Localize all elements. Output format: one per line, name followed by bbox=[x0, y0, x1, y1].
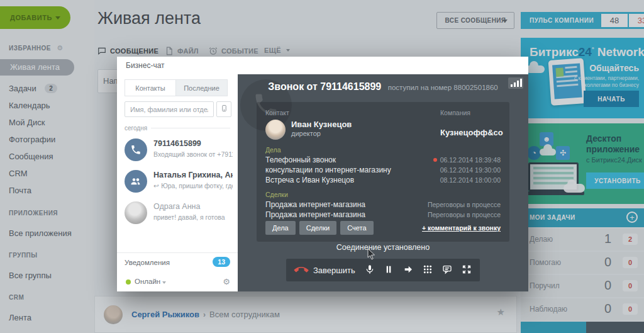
notifications-row[interactable]: Уведомления 13 bbox=[117, 252, 238, 271]
business-chat-modal: Бизнес-чат Контакты Последние сегодня 79… bbox=[117, 57, 528, 291]
contact-name[interactable]: Иван Кузнецов bbox=[291, 120, 352, 129]
people-icon bbox=[130, 176, 142, 187]
chat-name: Одрага Анна bbox=[153, 202, 233, 211]
online-status-dot bbox=[126, 279, 131, 285]
call-controls-bar: Завершить bbox=[286, 259, 480, 281]
invoices-filter-button[interactable]: Счета bbox=[340, 221, 373, 235]
today-section-label: сегодня bbox=[125, 125, 230, 132]
connection-status: Соединение установлено bbox=[238, 243, 528, 252]
chat-subtitle: ↩ Юра, пришли фотку, где мы... bbox=[153, 182, 233, 189]
reply-arrow-icon: ↩ bbox=[153, 182, 161, 189]
mobile-phone-button[interactable] bbox=[216, 101, 231, 117]
deals-filter-button[interactable]: Сделки bbox=[299, 221, 337, 235]
activities-section-label: Дела bbox=[265, 146, 501, 154]
dialpad-button[interactable] bbox=[423, 264, 433, 276]
avatar bbox=[125, 201, 147, 224]
gear-icon[interactable]: ⚙ bbox=[223, 277, 230, 286]
crm-info-card: Контакт Иван Кузнецов директор Компания … bbox=[257, 102, 509, 242]
overdue-dot-icon bbox=[433, 158, 437, 162]
app-screen: ДОБАВИТЬ Живая лента ВСЕ СООБЩЕНИЯ ПУЛЬС… bbox=[0, 0, 644, 333]
contact-role: директор bbox=[291, 130, 352, 137]
activity-row[interactable]: консультации по интернет-магазину 06.12.… bbox=[265, 166, 501, 174]
chat-name: Наталья Грихина, Анна Одр... bbox=[153, 171, 233, 179]
chat-subtitle: привет! давай, я готова bbox=[153, 213, 233, 221]
chat-item-group[interactable]: Наталья Грихина, Анна Одр... ↩ Юра, приш… bbox=[117, 166, 238, 198]
tab-contacts[interactable]: Контакты bbox=[125, 79, 176, 96]
chat-subtitle: Входящий звонок от +791146... bbox=[153, 150, 233, 158]
company-label: Компания bbox=[440, 109, 501, 116]
call-title: Звонок от 79114615899 поступил на номер … bbox=[238, 81, 528, 93]
hold-call-button[interactable] bbox=[384, 264, 394, 276]
transfer-call-button[interactable] bbox=[403, 264, 413, 276]
microphone-icon bbox=[365, 264, 375, 274]
deal-row[interactable]: Продажа интернет-магазина Переговоры в п… bbox=[265, 210, 501, 219]
pause-icon bbox=[384, 264, 394, 274]
fullscreen-icon bbox=[462, 264, 472, 274]
phone-icon bbox=[130, 144, 142, 155]
end-call-button[interactable]: Завершить bbox=[294, 263, 355, 277]
chat-item-incoming-call[interactable]: 79114615899 Входящий звонок от +791146..… bbox=[117, 135, 238, 166]
signal-strength-icon bbox=[508, 77, 523, 89]
activity-row[interactable]: Телефонный звонок 06.12.2014 18:39:48 bbox=[265, 155, 501, 164]
chat-panel: Контакты Последние сегодня 79114615899 В… bbox=[117, 74, 238, 291]
search-input[interactable] bbox=[125, 101, 214, 117]
tab-recent[interactable]: Последние bbox=[176, 79, 228, 96]
chat-name: 79114615899 bbox=[153, 139, 233, 148]
call-avatar bbox=[125, 138, 147, 161]
keypad-icon bbox=[423, 264, 433, 274]
end-call-label: Завершить bbox=[313, 266, 355, 275]
contact-label: Контакт bbox=[265, 109, 440, 116]
avatar bbox=[265, 120, 286, 140]
deals-section-label: Сделки bbox=[265, 191, 501, 198]
company-name[interactable]: Кузнецофф&co bbox=[440, 128, 501, 137]
activities-filter-button[interactable]: Дела bbox=[265, 221, 296, 235]
deal-row[interactable]: Продажа интернет-магазина Переговоры в п… bbox=[265, 200, 501, 209]
forward-arrow-icon bbox=[403, 264, 413, 274]
end-call-phone-icon bbox=[291, 260, 311, 279]
open-chat-button[interactable] bbox=[442, 264, 452, 276]
group-avatar bbox=[125, 170, 147, 193]
mobile-phone-icon bbox=[221, 103, 228, 113]
status-row: Онлайн ⚙ bbox=[117, 273, 238, 291]
chevron-down-icon bbox=[162, 281, 166, 284]
add-comment-link[interactable]: + комментарий к звонку bbox=[422, 224, 501, 232]
fullscreen-button[interactable] bbox=[462, 264, 472, 276]
chat-bubble-icon bbox=[442, 264, 452, 274]
mute-microphone-button[interactable] bbox=[365, 264, 375, 276]
notifications-badge: 13 bbox=[213, 257, 230, 267]
activity-row[interactable]: Встреча с Иван Кузнецов 08.12.2014 18:00… bbox=[265, 176, 501, 184]
online-status-label[interactable]: Онлайн bbox=[135, 278, 160, 285]
modal-title: Бизнес-чат bbox=[126, 61, 165, 70]
mouse-cursor bbox=[367, 248, 376, 263]
chat-item-person[interactable]: Одрага Анна привет! давай, я готова bbox=[117, 198, 238, 229]
call-panel: Звонок от 79114615899 поступил на номер … bbox=[238, 74, 528, 291]
